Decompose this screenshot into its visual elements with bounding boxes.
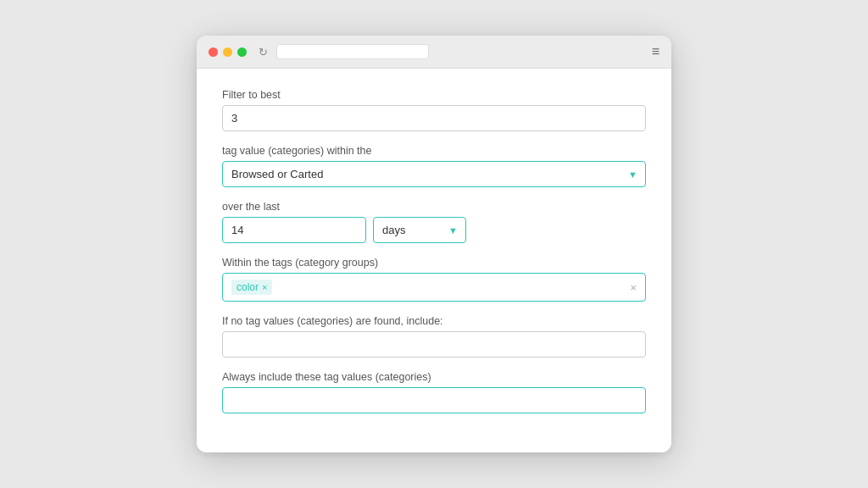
over-the-last-input[interactable] [222, 217, 366, 243]
tag-input-wrapper[interactable]: color × × [222, 273, 646, 302]
close-button[interactable] [209, 47, 218, 57]
menu-icon[interactable]: ≡ [652, 44, 659, 59]
tag-chip-color: color × [231, 280, 272, 295]
within-tags-group: Within the tags (category groups) color … [222, 257, 646, 302]
always-include-label: Always include these tag values (categor… [222, 371, 646, 383]
tag-chip-close-button[interactable]: × [262, 282, 267, 292]
always-include-group: Always include these tag values (categor… [222, 371, 646, 413]
browsed-or-carted-wrapper: Browsed or Carted Browsed Carted ▼ [222, 161, 646, 187]
over-the-last-label: over the last [222, 201, 646, 213]
browser-content: Filter to best tag value (categories) wi… [197, 69, 671, 452]
filter-to-best-group: Filter to best [222, 89, 646, 131]
tag-value-label: tag value (categories) within the [222, 145, 646, 157]
no-tag-values-group: If no tag values (categories) are found,… [222, 315, 646, 358]
refresh-icon[interactable]: ↻ [259, 46, 268, 58]
no-tag-values-input[interactable] [222, 331, 646, 358]
days-select-wrapper: days weeks months ▼ [373, 217, 466, 243]
browser-titlebar: ↻ ≡ [197, 36, 671, 69]
filter-to-best-input[interactable] [222, 105, 646, 131]
filter-to-best-label: Filter to best [222, 89, 646, 101]
traffic-lights [209, 47, 247, 57]
always-include-input[interactable] [222, 387, 646, 413]
browser-window: ↻ ≡ Filter to best tag value (categories… [197, 36, 671, 452]
within-tags-label: Within the tags (category groups) [222, 257, 646, 269]
address-bar[interactable] [276, 44, 429, 59]
tag-chip-label: color [236, 281, 259, 293]
over-the-last-group: over the last days weeks months ▼ [222, 201, 646, 243]
no-tag-values-label: If no tag values (categories) are found,… [222, 315, 646, 327]
tag-input-clear-button[interactable]: × [630, 281, 637, 294]
over-the-last-row: days weeks months ▼ [222, 217, 646, 243]
browsed-or-carted-select[interactable]: Browsed or Carted Browsed Carted [222, 161, 646, 187]
minimize-button[interactable] [223, 47, 232, 57]
days-select[interactable]: days weeks months [373, 217, 466, 243]
tag-value-group: tag value (categories) within the Browse… [222, 145, 646, 187]
maximize-button[interactable] [237, 47, 247, 57]
